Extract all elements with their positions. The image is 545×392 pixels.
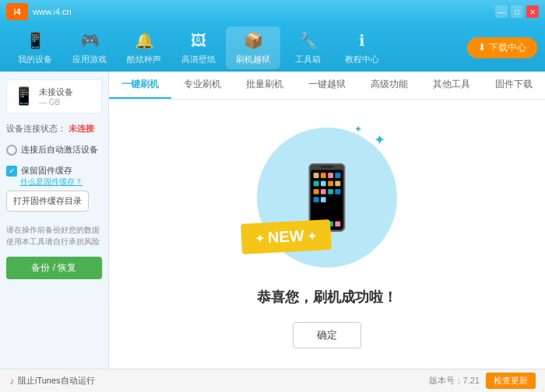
nav-item-tutorials[interactable]: ℹ 教程中心 bbox=[335, 26, 389, 69]
auto-activate-option[interactable]: 连接后自动激活设备 bbox=[6, 144, 102, 156]
tab-pro-flash[interactable]: 专业刷机 bbox=[171, 72, 234, 99]
nav-bar: 📱 我的设备 🎮 应用游戏 🔔 酷炫种声 🖼 高清壁纸 📦 刷机越狱 🔧 工具箱… bbox=[0, 23, 545, 72]
main-content: 📱 ✦ ✦ ✦ NEW ✦ 恭喜您，刷机成功啦！ 确定 bbox=[109, 100, 545, 369]
firmware-cache-group: ✓ 保留固件缓存 什么是固件缓存？ 打开固件缓存目录 bbox=[6, 162, 102, 212]
firmware-cache-checkbox[interactable]: ✓ bbox=[6, 166, 17, 177]
my-device-icon: 📱 bbox=[24, 30, 46, 51]
nav-item-tutorials-label: 教程中心 bbox=[345, 54, 379, 65]
nav-item-apps-label: 应用游戏 bbox=[72, 54, 107, 65]
status-bar-right: 版本号：7.21 检查更新 bbox=[429, 373, 536, 389]
nav-item-ringtones-label: 酷炫种声 bbox=[127, 54, 161, 65]
connection-status-label: 设备连接状态： bbox=[6, 124, 66, 133]
title-bar: i4 www.i4.cn — □ ✕ bbox=[0, 0, 545, 23]
content-area: 一键刷机 专业刷机 批量刷机 一键越狱 高级功能 其他工具 固件下载 📱 ✦ ✦… bbox=[109, 72, 545, 369]
connection-status-value: 未连接 bbox=[69, 124, 94, 133]
nav-item-wallpaper-label: 高清壁纸 bbox=[181, 54, 216, 65]
device-phone-icon: 📱 bbox=[13, 86, 34, 107]
download-icon: ⬇ bbox=[478, 42, 486, 53]
itunes-label: 阻止iTunes自动运行 bbox=[18, 375, 95, 387]
nav-item-apps[interactable]: 🎮 应用游戏 bbox=[62, 26, 117, 69]
nav-item-wallpaper[interactable]: 🖼 高清壁纸 bbox=[171, 26, 226, 69]
tab-advanced[interactable]: 高级功能 bbox=[358, 72, 420, 99]
app-logo: i4 bbox=[6, 3, 28, 20]
firmware-cache-option[interactable]: ✓ 保留固件缓存 bbox=[6, 165, 102, 177]
device-box: 📱 未接设备 — GB bbox=[6, 79, 102, 114]
main-layout: 📱 未接设备 — GB 设备连接状态： 未连接 连接后自动激活设备 ✓ 保留固件… bbox=[0, 72, 545, 369]
connection-status: 设备连接状态： 未连接 bbox=[6, 123, 102, 135]
nav-item-my-device-label: 我的设备 bbox=[18, 54, 52, 65]
download-center-button[interactable]: ⬇ 下载中心 bbox=[467, 37, 537, 58]
flash-icon: 📦 bbox=[242, 30, 264, 51]
tab-firmware-download[interactable]: 固件下载 bbox=[483, 72, 545, 99]
success-illustration: 📱 ✦ ✦ ✦ NEW ✦ bbox=[249, 120, 405, 275]
close-button[interactable]: ✕ bbox=[526, 5, 539, 18]
itunes-icon: ♪ bbox=[9, 376, 14, 387]
confirm-button[interactable]: 确定 bbox=[293, 322, 361, 348]
status-bar-left: ♪ 阻止iTunes自动运行 bbox=[9, 375, 95, 387]
sparkle-top-left-icon: ✦ bbox=[374, 131, 385, 149]
backup-restore-button[interactable]: 备份 / 恢复 bbox=[6, 257, 102, 279]
firmware-cache-link[interactable]: 什么是固件缓存？ bbox=[20, 177, 102, 187]
sparkle-top-right-icon: ✦ bbox=[354, 124, 362, 135]
open-folder-button[interactable]: 打开固件缓存目录 bbox=[6, 191, 89, 212]
nav-item-my-device[interactable]: 📱 我的设备 bbox=[8, 26, 62, 69]
download-btn-label: 下载中心 bbox=[489, 41, 526, 54]
tutorials-icon: ℹ bbox=[351, 30, 373, 51]
tools-icon: 🔧 bbox=[297, 30, 318, 51]
ringtones-icon: 🔔 bbox=[133, 30, 155, 51]
device-info: 未接设备 — GB bbox=[39, 86, 73, 107]
title-bar-controls: — □ ✕ bbox=[495, 5, 539, 18]
version-label: 版本号：7.21 bbox=[429, 375, 480, 387]
auto-activate-radio[interactable] bbox=[6, 145, 17, 156]
new-badge: ✦ NEW ✦ bbox=[241, 219, 332, 254]
apps-icon: 🎮 bbox=[79, 30, 100, 51]
sidebar: 📱 未接设备 — GB 设备连接状态： 未连接 连接后自动激活设备 ✓ 保留固件… bbox=[0, 72, 109, 369]
nav-item-ringtones[interactable]: 🔔 酷炫种声 bbox=[117, 26, 171, 69]
minimize-button[interactable]: — bbox=[495, 5, 508, 18]
sparkle-right-icon: ✦ bbox=[307, 229, 317, 242]
wallpaper-icon: 🖼 bbox=[188, 30, 209, 51]
firmware-cache-label: 保留固件缓存 bbox=[21, 165, 72, 177]
nav-item-tools[interactable]: 🔧 工具箱 bbox=[280, 26, 335, 69]
nav-item-flash[interactable]: 📦 刷机越狱 bbox=[226, 26, 280, 69]
warning-text: 请在操作前备份好您的数据使用本工具请自行承担风险 bbox=[6, 224, 102, 247]
check-update-button[interactable]: 检查更新 bbox=[486, 373, 536, 389]
auto-activate-label: 连接后自动激活设备 bbox=[21, 144, 98, 156]
tab-batch-flash[interactable]: 批量刷机 bbox=[234, 72, 296, 99]
device-storage: — GB bbox=[39, 98, 73, 107]
tab-other-tools[interactable]: 其他工具 bbox=[420, 72, 483, 99]
sub-tabs: 一键刷机 专业刷机 批量刷机 一键越狱 高级功能 其他工具 固件下载 bbox=[109, 72, 545, 100]
nav-right: ⬇ 下载中心 bbox=[467, 37, 537, 58]
tab-one-click-jailbreak[interactable]: 一键越狱 bbox=[296, 72, 358, 99]
success-message: 恭喜您，刷机成功啦！ bbox=[257, 288, 397, 306]
site-url: www.i4.cn bbox=[33, 7, 72, 16]
status-bar: ♪ 阻止iTunes自动运行 版本号：7.21 检查更新 bbox=[0, 369, 545, 392]
new-badge-text: NEW bbox=[267, 227, 304, 247]
nav-item-tools-label: 工具箱 bbox=[295, 54, 321, 65]
restore-button[interactable]: □ bbox=[511, 5, 523, 18]
title-bar-left: i4 www.i4.cn bbox=[6, 3, 72, 20]
device-name: 未接设备 bbox=[39, 86, 73, 98]
nav-item-flash-label: 刷机越狱 bbox=[236, 54, 270, 65]
sparkle-left-icon: ✦ bbox=[255, 232, 265, 245]
tab-one-click-flash[interactable]: 一键刷机 bbox=[109, 72, 171, 99]
